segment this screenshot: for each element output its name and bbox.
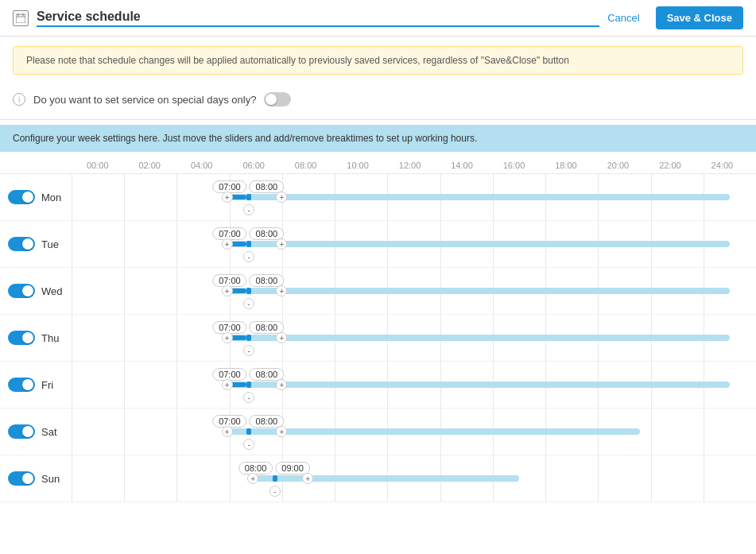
- day-timeline-fri: 07:0008:00++-: [72, 362, 756, 408]
- special-days-section: i Do you want to set service on special …: [0, 84, 756, 114]
- minus-btn-fri[interactable]: -: [243, 392, 254, 403]
- day-timeline-wed: 07:0008:00++-: [72, 268, 756, 314]
- time-tick-2000: 20:00: [592, 161, 644, 170]
- plus-left-thu[interactable]: +: [222, 332, 233, 343]
- start-label-mon: 07:00: [212, 180, 247, 193]
- end-label-thu: 08:00: [250, 321, 285, 334]
- break-marker-thu: [246, 335, 251, 341]
- plus-right-wed[interactable]: +: [276, 285, 287, 296]
- day-label-tue: Tue: [41, 238, 59, 250]
- plus-right-mon[interactable]: +: [276, 192, 287, 203]
- start-label-thu: 07:00: [212, 321, 247, 334]
- minus-btn-tue[interactable]: -: [243, 251, 254, 262]
- day-toggle-wed[interactable]: [8, 284, 35, 298]
- plus-left-fri[interactable]: +: [222, 379, 233, 390]
- schedule-container: 00:0002:0004:0006:0008:0010:0012:0014:00…: [0, 152, 756, 502]
- time-tick-0000: 00:00: [72, 161, 123, 170]
- start-label-fri: 07:00: [212, 368, 247, 381]
- notice-bar: Please note that schedule changes will b…: [13, 46, 743, 75]
- minus-btn-mon[interactable]: -: [243, 204, 254, 215]
- time-bar-bg-fri: [230, 382, 730, 388]
- break-marker-mon: [246, 194, 251, 200]
- day-timeline-sun: 08:0009:00++-: [72, 455, 756, 502]
- time-tick-1800: 18:00: [540, 161, 591, 170]
- time-bar-bg-mon: [230, 194, 730, 200]
- day-toggle-knob-sun: [22, 473, 33, 484]
- minus-btn-wed[interactable]: -: [243, 298, 254, 309]
- day-toggle-knob-sat: [22, 426, 33, 437]
- config-banner: Configure your week settings here. Just …: [0, 125, 756, 152]
- time-bar-bg-tue: [230, 241, 730, 247]
- header-actions: Cancel Save & Close: [599, 6, 743, 29]
- page-title: Service schedule: [37, 10, 599, 27]
- break-marker-tue: [246, 241, 251, 247]
- plus-left-sun[interactable]: +: [247, 473, 258, 484]
- plus-right-tue[interactable]: +: [276, 238, 287, 250]
- day-toggle-knob-thu: [22, 332, 33, 343]
- time-tick-1400: 14:00: [436, 161, 487, 170]
- plus-left-mon[interactable]: +: [222, 192, 233, 203]
- day-label-fri: Fri: [41, 379, 53, 391]
- day-toggle-area-tue: Tue: [0, 237, 72, 251]
- time-tick-2400: 24:00: [696, 161, 748, 170]
- plus-right-sat[interactable]: +: [276, 426, 287, 437]
- end-label-wed: 08:00: [250, 274, 285, 287]
- plus-right-fri[interactable]: +: [276, 379, 287, 390]
- svg-rect-0: [16, 14, 25, 23]
- notice-text: Please note that schedule changes will b…: [26, 55, 569, 66]
- day-toggle-knob-tue: [22, 238, 33, 250]
- minus-btn-sat[interactable]: -: [243, 439, 254, 450]
- day-label-mon: Mon: [41, 192, 61, 203]
- minus-btn-thu[interactable]: -: [243, 345, 254, 356]
- break-marker-sun: [273, 475, 277, 482]
- day-timeline-mon: 07:0008:00++-: [72, 174, 756, 220]
- divider: [0, 119, 756, 120]
- end-label-sun: 09:00: [275, 462, 310, 475]
- day-row-sat: Sat07:0008:00++-: [0, 409, 756, 455]
- minus-btn-sun[interactable]: -: [269, 486, 281, 497]
- config-text: Configure your week settings here. Just …: [13, 133, 477, 144]
- day-toggle-knob-wed: [22, 285, 33, 296]
- day-toggle-tue[interactable]: [8, 237, 35, 251]
- break-marker-fri: [246, 382, 251, 388]
- time-tick-2200: 22:00: [644, 161, 696, 170]
- plus-right-sun[interactable]: +: [302, 473, 313, 484]
- day-toggle-sat[interactable]: [8, 424, 35, 439]
- day-label-sun: Sun: [41, 473, 60, 485]
- start-label-sun: 08:00: [238, 462, 273, 475]
- cancel-button[interactable]: Cancel: [599, 7, 647, 29]
- plus-left-tue[interactable]: +: [222, 238, 233, 250]
- special-days-label: Do you want to set service on special da…: [33, 94, 256, 106]
- day-toggle-fri[interactable]: [8, 378, 35, 392]
- break-marker-wed: [246, 288, 251, 294]
- end-label-sat: 08:00: [250, 415, 285, 428]
- day-toggle-knob-mon: [22, 192, 33, 203]
- day-toggle-knob-fri: [22, 379, 33, 390]
- plus-right-thu[interactable]: +: [276, 332, 287, 343]
- start-label-wed: 07:00: [212, 274, 247, 287]
- plus-left-wed[interactable]: +: [222, 285, 233, 296]
- end-label-fri: 08:00: [250, 368, 285, 381]
- plus-left-sat[interactable]: +: [222, 426, 233, 437]
- time-bar-bg-sat: [230, 428, 641, 435]
- time-tick-0600: 06:00: [227, 161, 279, 170]
- day-toggle-area-fri: Fri: [0, 378, 72, 392]
- time-bar-bg-thu: [230, 335, 730, 341]
- end-label-tue: 08:00: [250, 227, 285, 240]
- day-toggle-sun[interactable]: [8, 471, 35, 486]
- save-close-button[interactable]: Save & Close: [656, 6, 743, 29]
- calendar-icon: [13, 10, 29, 26]
- day-row-tue: Tue07:0008:00++-: [0, 221, 756, 268]
- day-timeline-sat: 07:0008:00++-: [72, 409, 756, 455]
- day-toggle-area-wed: Wed: [0, 284, 72, 298]
- special-days-toggle[interactable]: [264, 92, 291, 107]
- info-icon: i: [13, 93, 25, 106]
- header: Service schedule Cancel Save & Close: [0, 0, 756, 37]
- day-toggle-thu[interactable]: [8, 331, 35, 345]
- start-label-tue: 07:00: [212, 227, 247, 240]
- day-label-thu: Thu: [41, 332, 59, 344]
- day-toggle-mon[interactable]: [8, 190, 35, 204]
- day-row-thu: Thu07:0008:00++-: [0, 315, 756, 362]
- toggle-knob: [266, 94, 277, 105]
- time-tick-1000: 10:00: [331, 161, 383, 170]
